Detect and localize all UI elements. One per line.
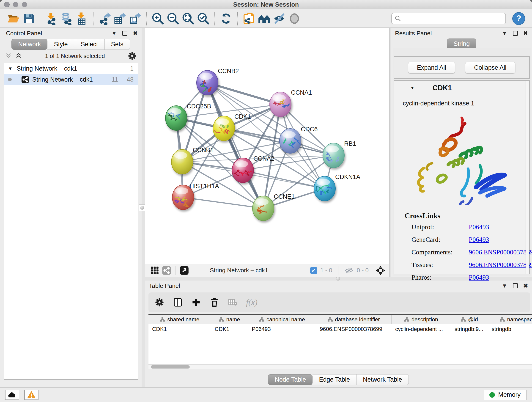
table-panel-close-icon[interactable]: ✖ [523, 283, 528, 288]
table-row[interactable]: CDK1CDK1P064939606.ENSP00000378699cyclin… [148, 324, 532, 334]
center-view-crosshair-icon[interactable] [375, 265, 386, 275]
control-tab-network[interactable]: Network [12, 39, 47, 50]
column-header-description[interactable]: description [392, 315, 451, 324]
gene-collapse-arrow-icon[interactable]: ▼ [410, 85, 415, 90]
node-label-CCNB1: CCNB1 [193, 147, 214, 153]
hide-selected-button[interactable] [272, 11, 287, 26]
results-panel-float-icon[interactable]: ▼ [502, 31, 507, 36]
table-horizontal-scrollbar[interactable] [148, 364, 532, 369]
control-panel-float-icon[interactable]: ▼ [111, 31, 117, 36]
expand-collapse-box: Expand All Collapse All [394, 56, 530, 79]
control-tab-style[interactable]: Style [47, 39, 74, 50]
scrollbar-thumb[interactable] [151, 365, 190, 369]
right-splitter[interactable] [389, 28, 391, 277]
horizontal-splitter-knob[interactable] [336, 277, 340, 281]
network-row-selected[interactable]: String Network – cdk1 11 48 [4, 74, 138, 85]
results-panel-maximize-icon[interactable] [513, 31, 518, 36]
table-cell: 9606.ENSP00000378699 [316, 324, 392, 334]
table-tab-network-table[interactable]: Network Table [356, 374, 409, 385]
results-scrollbar[interactable] [526, 81, 529, 274]
save-session-button[interactable] [21, 11, 36, 26]
collapse-all-button[interactable]: Collapse All [465, 62, 515, 74]
show-columns-icon[interactable] [173, 297, 183, 307]
apply-preferred-layout-button[interactable] [219, 11, 234, 26]
column-header-canonical-name[interactable]: canonical name [248, 315, 316, 324]
network-list-options-gear-icon[interactable] [128, 51, 137, 60]
string-network-graph[interactable]: CCNB2CCNA1CDC25BCDK1CDC6RB1CCNB1CCNA2CDK… [145, 28, 389, 264]
results-panel-close-icon[interactable]: ✖ [523, 31, 528, 36]
show-grid-button[interactable] [149, 265, 161, 275]
column-label: database identifier [335, 316, 380, 323]
crosslink-link[interactable]: P06493 [469, 223, 532, 231]
left-splitter-handle[interactable] [139, 204, 145, 211]
column-header-name[interactable]: name [211, 315, 248, 324]
first-neighbors-button[interactable] [257, 11, 272, 26]
open-session-button[interactable] [6, 11, 21, 26]
network-node-CDC25B[interactable] [165, 106, 187, 130]
network-node-RB1[interactable] [323, 143, 344, 168]
network-node-CDKN1A[interactable] [314, 176, 336, 201]
crosslink-link[interactable]: 9606.ENSP00000378699 [469, 261, 532, 269]
gene-entry-header[interactable]: ▼ CDK1 [394, 81, 529, 95]
table-panel-float-icon[interactable]: ▼ [502, 283, 507, 288]
export-network-button[interactable] [97, 11, 112, 26]
expand-all-button[interactable]: Expand All [408, 62, 455, 74]
search-input[interactable] [404, 15, 503, 22]
zoom-in-button[interactable] [150, 11, 165, 26]
show-all-button[interactable] [287, 11, 302, 26]
left-splitter-lower[interactable] [142, 277, 145, 387]
network-selection-status: 1 of 1 Network selected [22, 53, 128, 59]
network-node-CDC6[interactable] [279, 128, 302, 153]
warnings-button[interactable] [24, 390, 38, 400]
zoom-out-button[interactable] [165, 11, 181, 26]
column-header-@id[interactable]: @id [451, 315, 488, 324]
open-in-window-button[interactable] [178, 265, 190, 275]
column-header-shared-name[interactable]: shared name [148, 315, 211, 324]
network-node-CCNA2[interactable] [232, 158, 254, 183]
export-table-button[interactable] [112, 11, 127, 26]
fit-content-button[interactable] [181, 11, 196, 26]
table-cell: cyclin-dependent ... [392, 324, 451, 334]
control-tab-sets[interactable]: Sets [105, 39, 130, 50]
collection-expand-arrow-icon[interactable]: ▼ [8, 66, 13, 71]
crosslink-link[interactable]: P06493 [469, 236, 532, 243]
selected-nodes-checkbox[interactable]: ✓ [310, 267, 317, 274]
new-network-from-selection-button[interactable] [241, 11, 257, 26]
control-panel-close-icon[interactable]: ✖ [133, 31, 138, 36]
collapse-all-chevrons-icon[interactable] [15, 53, 22, 59]
cloud-status-button[interactable] [5, 390, 19, 400]
crosslink-link[interactable]: 9606.ENSP00000378699 [469, 249, 532, 256]
column-header-namespace[interactable]: namespace [488, 315, 532, 324]
import-table-from-file-button[interactable] [74, 11, 89, 26]
table-tab-node-table[interactable]: Node Table [268, 374, 312, 385]
zoom-selected-button[interactable] [196, 11, 211, 26]
memory-button[interactable]: Memory [483, 390, 527, 400]
control-panel-maximize-icon[interactable] [122, 31, 127, 36]
table-tab-edge-table[interactable]: Edge Table [312, 374, 356, 385]
network-node-CCNA1[interactable] [270, 92, 291, 117]
cytoscape-window: Session: New Session [0, 0, 532, 402]
network-canvas[interactable]: CCNB2CCNA1CDC25BCDK1CDC6RB1CCNB1CCNA2CDK… [145, 28, 389, 264]
network-node-CCNB1[interactable] [171, 149, 193, 174]
node-label-CCNA2: CCNA2 [253, 155, 274, 162]
column-header-database-identifier[interactable]: database identifier [316, 315, 392, 324]
export-image-button[interactable] [127, 11, 143, 26]
network-collection-row[interactable]: ▼ String Network – cdk1 1 [4, 63, 138, 74]
delete-column-trash-icon[interactable] [209, 297, 220, 307]
birds-eye-view-button[interactable] [161, 265, 172, 275]
create-column-plus-icon[interactable] [191, 297, 201, 307]
import-network-from-file-button[interactable] [44, 11, 59, 26]
import-network-from-database-button[interactable] [59, 11, 74, 26]
table-panel-maximize-icon[interactable] [513, 283, 518, 288]
control-tab-select[interactable]: Select [74, 39, 104, 50]
table-options-gear-icon[interactable] [154, 297, 165, 307]
hidden-items-eye-icon[interactable] [344, 267, 354, 274]
network-node-CCNE1[interactable] [253, 196, 274, 221]
toolbar-separator [215, 12, 215, 26]
network-node-CCNB2[interactable] [196, 70, 218, 95]
help-button[interactable]: ? [512, 12, 525, 25]
left-splitter[interactable] [142, 28, 145, 277]
expand-all-chevrons-icon[interactable] [5, 53, 12, 59]
crosslink-link[interactable]: P06493 [469, 274, 532, 281]
zoom-in-icon [152, 12, 164, 25]
